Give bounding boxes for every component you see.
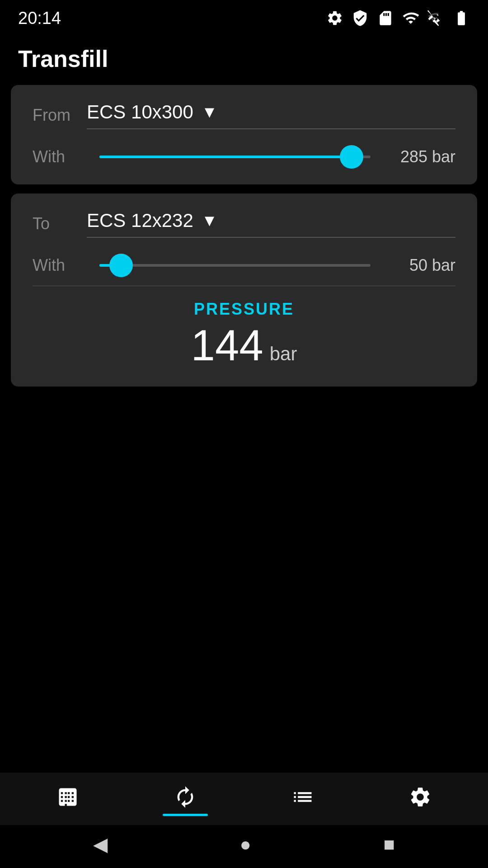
pressure-section: PRESSURE 144 bar bbox=[33, 295, 455, 370]
to-slider-thumb[interactable] bbox=[109, 254, 133, 277]
status-bar: 20:14 bbox=[0, 0, 488, 33]
to-slider-track-bg bbox=[99, 264, 371, 267]
to-dropdown-value: ECS 12x232 bbox=[87, 210, 193, 231]
signal-icon bbox=[427, 9, 445, 27]
refresh-icon bbox=[174, 785, 197, 809]
from-slider-thumb[interactable] bbox=[340, 145, 363, 169]
to-with-label: With bbox=[33, 256, 87, 275]
from-slider-value: 285 bar bbox=[383, 147, 455, 166]
from-card: From ECS 10x300 ▼ With 285 bar bbox=[11, 85, 477, 184]
settings-status-icon bbox=[326, 9, 343, 27]
to-slider[interactable] bbox=[99, 254, 371, 277]
to-card: To ECS 12x232 ▼ With 50 bar PRESSURE 144… bbox=[11, 193, 477, 387]
nav-item-transfill[interactable] bbox=[174, 785, 197, 816]
pressure-value-row: 144 bar bbox=[33, 321, 455, 370]
nav-settings-icon bbox=[408, 785, 432, 809]
from-row: From ECS 10x300 ▼ bbox=[33, 101, 455, 129]
nav-bar bbox=[0, 773, 488, 825]
to-dropdown[interactable]: ECS 12x232 ▼ bbox=[87, 210, 455, 238]
status-time: 20:14 bbox=[18, 9, 61, 28]
nav-item-calculator[interactable] bbox=[56, 785, 80, 816]
status-icons bbox=[326, 9, 470, 27]
back-button[interactable]: ◀ bbox=[93, 833, 108, 855]
pressure-divider bbox=[33, 286, 455, 286]
to-slider-value: 50 bar bbox=[383, 256, 455, 275]
nav-item-settings[interactable] bbox=[408, 785, 432, 816]
from-slider-track-fill bbox=[99, 156, 352, 158]
from-dropdown[interactable]: ECS 10x300 ▼ bbox=[87, 101, 455, 129]
app-title: Transfill bbox=[0, 33, 488, 85]
to-dropdown-arrow: ▼ bbox=[202, 211, 218, 230]
from-dropdown-arrow: ▼ bbox=[202, 103, 218, 122]
home-button[interactable]: ● bbox=[240, 834, 251, 855]
from-with-label: With bbox=[33, 147, 87, 166]
to-label: To bbox=[33, 214, 87, 233]
recents-button[interactable]: ■ bbox=[383, 834, 394, 855]
pressure-number: 144 bbox=[191, 321, 263, 370]
from-slider[interactable] bbox=[99, 146, 371, 168]
from-dropdown-value: ECS 10x300 bbox=[87, 101, 193, 123]
bottom-nav: ◀ ● ■ bbox=[0, 773, 488, 868]
pressure-unit: bar bbox=[270, 343, 297, 365]
list-icon bbox=[291, 785, 314, 809]
sd-card-icon bbox=[377, 9, 394, 27]
system-nav: ◀ ● ■ bbox=[0, 825, 488, 868]
to-slider-row: With 50 bar bbox=[33, 254, 455, 277]
battery-icon bbox=[453, 9, 470, 27]
wifi-icon bbox=[402, 9, 419, 27]
from-label: From bbox=[33, 106, 87, 125]
play-protect-icon bbox=[352, 9, 369, 27]
from-slider-row: With 285 bar bbox=[33, 146, 455, 168]
calculator-icon bbox=[56, 785, 80, 809]
to-row: To ECS 12x232 ▼ bbox=[33, 210, 455, 238]
nav-active-indicator bbox=[163, 814, 208, 816]
pressure-label: PRESSURE bbox=[33, 300, 455, 319]
nav-item-list[interactable] bbox=[291, 785, 314, 816]
